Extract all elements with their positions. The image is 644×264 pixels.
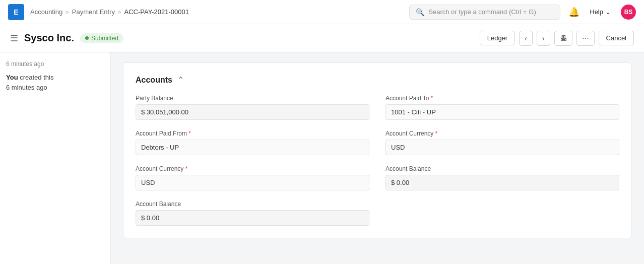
accounts-form-grid: Party Balance $ 30,051,000.00 Account Pa… — [136, 95, 619, 226]
avatar[interactable]: BS — [621, 5, 636, 20]
search-bar[interactable]: 🔍 Search or type a command (Ctrl + G) — [409, 5, 560, 20]
print-button[interactable]: 🖶 — [554, 31, 572, 46]
page-layout: 6 minutes ago You created this 6 minutes… — [0, 52, 644, 264]
label-account-paid-to: Account Paid To * — [385, 95, 619, 102]
input-account-balance-2: $ 0.00 — [136, 210, 369, 226]
breadcrumb-doc-id: ACC-PAY-2021-00001 — [124, 8, 188, 16]
chevron-down-icon: ⌄ — [605, 8, 611, 16]
field-account-currency-2: Account Currency * USD — [136, 165, 369, 190]
req-star-paid-from: * — [188, 130, 191, 137]
breadcrumb: Accounting > Payment Entry > ACC-PAY-202… — [30, 8, 409, 16]
breadcrumb-sep-1: > — [66, 9, 69, 15]
breadcrumb-sep-2: > — [118, 9, 121, 15]
breadcrumb-payment-entry[interactable]: Payment Entry — [72, 8, 115, 16]
input-account-paid-to[interactable]: 1001 - Citi - UP — [385, 104, 619, 120]
label-account-currency-1: Account Currency * — [385, 130, 619, 137]
search-icon: 🔍 — [416, 8, 424, 16]
sidebar-timestamp: 6 minutes ago — [6, 60, 104, 68]
search-placeholder: Search or type a command (Ctrl + G) — [428, 8, 536, 16]
empty-col — [385, 201, 619, 226]
section-collapse-icon[interactable]: ⌃ — [177, 75, 184, 85]
field-account-balance-2: Account Balance $ 0.00 — [136, 201, 369, 226]
req-star-currency-1: * — [435, 130, 437, 137]
req-star-paid-to: * — [431, 95, 433, 102]
navbar-actions: 🔔 Help ⌄ BS — [568, 5, 636, 20]
doc-title: Sysco Inc. — [24, 32, 74, 44]
activity-time: 6 minutes ago — [6, 84, 47, 91]
input-account-currency-1[interactable]: USD — [385, 140, 619, 155]
sidebar: 6 minutes ago You created this 6 minutes… — [0, 52, 111, 264]
input-party-balance: $ 30,051,000.00 — [136, 104, 369, 120]
top-navbar: E Accounting > Payment Entry > ACC-PAY-2… — [0, 0, 644, 24]
section-header-accounts: Accounts ⌃ — [136, 75, 619, 85]
activity-verb: created this — [20, 74, 53, 81]
req-star-currency-2: * — [185, 165, 187, 172]
label-account-currency-2: Account Currency * — [136, 165, 369, 172]
main-content: Accounts ⌃ Party Balance $ 30,051,000.00… — [111, 52, 644, 264]
accounts-section: Accounts ⌃ Party Balance $ 30,051,000.00… — [123, 62, 632, 238]
input-account-balance-1: $ 0.00 — [385, 175, 619, 190]
breadcrumb-accounting[interactable]: Accounting — [30, 8, 62, 16]
next-button[interactable]: › — [537, 31, 550, 46]
section-title-accounts: Accounts — [136, 76, 172, 85]
field-party-balance: Party Balance $ 30,051,000.00 — [136, 95, 369, 120]
status-badge: Submitted — [80, 33, 123, 43]
sidebar-activity: You created this 6 minutes ago — [6, 73, 104, 92]
doc-actions: Ledger ‹ › 🖶 ⋯ Cancel — [480, 31, 634, 46]
cancel-button[interactable]: Cancel — [599, 31, 634, 45]
field-account-paid-to: Account Paid To * 1001 - Citi - UP — [385, 95, 619, 120]
prev-button[interactable]: ‹ — [519, 31, 533, 46]
notifications-icon[interactable]: 🔔 — [568, 7, 579, 18]
field-account-paid-from: Account Paid From * Debtors - UP — [136, 130, 369, 155]
input-account-currency-2[interactable]: USD — [136, 175, 369, 190]
ledger-button[interactable]: Ledger — [480, 31, 515, 45]
activity-user: You — [6, 74, 18, 81]
help-button[interactable]: Help ⌄ — [586, 6, 615, 18]
field-account-currency-1: Account Currency * USD — [385, 130, 619, 155]
status-dot — [85, 36, 89, 40]
more-options-button[interactable]: ⋯ — [576, 31, 595, 46]
field-account-balance-1: Account Balance $ 0.00 — [385, 165, 619, 190]
app-logo[interactable]: E — [8, 4, 24, 20]
label-account-paid-from: Account Paid From * — [136, 130, 369, 137]
input-account-paid-from[interactable]: Debtors - UP — [136, 140, 369, 155]
label-account-balance-2: Account Balance — [136, 201, 369, 208]
label-party-balance: Party Balance — [136, 95, 369, 102]
label-account-balance-1: Account Balance — [385, 165, 619, 172]
doc-toolbar: ☰ Sysco Inc. Submitted Ledger ‹ › 🖶 ⋯ Ca… — [0, 24, 644, 52]
hamburger-icon[interactable]: ☰ — [10, 33, 18, 44]
